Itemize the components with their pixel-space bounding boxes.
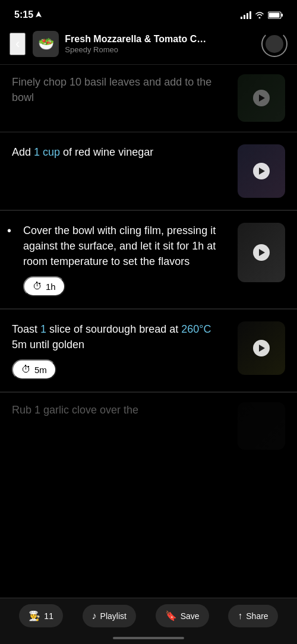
steps-container: Finely chop 10 basil leaves and add to t… (0, 65, 297, 459)
svg-rect-2 (244, 15, 245, 19)
step-toast-text: Toast 1 slice of sourdough bread at 260°… (12, 321, 228, 352)
status-icons (241, 11, 283, 19)
timer-1h[interactable]: ⏱ 1h (23, 276, 65, 296)
step-vinegar: Add 1 cup of red wine vinegar (0, 132, 297, 210)
back-button[interactable]: ‹ (10, 33, 26, 55)
status-bar: 5:15 (0, 0, 297, 26)
play-button[interactable] (253, 90, 270, 106)
playlist-label: Playlist (100, 611, 127, 621)
recipe-thumbnail: 🥗 (33, 31, 59, 57)
timer-icon-2: ⏱ (21, 364, 31, 375)
step-faded: Finely chop 10 basil leaves and add to t… (0, 65, 297, 132)
playlist-button[interactable]: ♪ Playlist (83, 605, 136, 627)
wifi-icon (255, 11, 264, 18)
battery-icon (268, 11, 283, 19)
header-info: 🥗 Fresh Mozzarella & Tomato Cr... Speedy… (33, 31, 254, 57)
bullet-icon: • (7, 224, 14, 238)
svg-rect-4 (249, 11, 251, 19)
svg-rect-6 (282, 14, 283, 17)
play-button-cover[interactable] (253, 244, 270, 261)
svg-rect-7 (269, 12, 280, 17)
svg-marker-0 (36, 11, 42, 17)
step-faded-thumb[interactable] (238, 74, 285, 122)
restaurant-name: Speedy Romeo (65, 45, 254, 54)
step-faded-text: Finely chop 10 basil leaves and add to t… (12, 74, 228, 105)
highlight-cup: 1 cup (34, 146, 60, 158)
save-button[interactable]: 🔖 Save (156, 604, 209, 627)
step-faded-bottom: Rub 1 garlic clove over the (0, 393, 297, 459)
step-vinegar-thumb[interactable] (238, 144, 285, 198)
play-button-vinegar[interactable] (253, 163, 270, 179)
svg-rect-3 (247, 13, 248, 19)
share-label: Share (246, 611, 268, 621)
svg-rect-1 (241, 17, 242, 19)
share-button[interactable]: ↑ Share (228, 605, 277, 627)
signal-icon (241, 11, 251, 19)
timer-1h-label: 1h (46, 282, 56, 292)
step-bottom-text: Rub 1 garlic clove over the (12, 402, 228, 418)
chef-count: 11 (44, 611, 53, 621)
step-vinegar-text: Add 1 cup of red wine vinegar (12, 144, 228, 160)
highlight-temp: 260°C (181, 323, 211, 335)
header: ‹ 🥗 Fresh Mozzarella & Tomato Cr... Spee… (0, 26, 297, 65)
header-text: Fresh Mozzarella & Tomato Cr... Speedy R… (65, 34, 254, 54)
share-icon: ↑ (238, 611, 242, 621)
save-label: Save (181, 611, 200, 621)
time-display: 5:15 (14, 10, 33, 20)
chef-button[interactable]: 👨‍🍳 11 (19, 604, 63, 627)
bottom-spacer (0, 459, 297, 519)
timer-icon: ⏱ (33, 281, 42, 292)
step-cover: • Cover the bowl with cling film, pressi… (0, 211, 297, 309)
playlist-icon: ♪ (92, 611, 97, 621)
highlight-1: 1 (40, 323, 46, 335)
recipe-title: Fresh Mozzarella & Tomato Cr... (65, 34, 207, 45)
step-toast-thumb[interactable] (238, 321, 285, 375)
user-avatar[interactable] (261, 31, 287, 57)
home-indicator (113, 637, 184, 639)
step-cover-thumb[interactable] (238, 223, 285, 282)
timer-5m[interactable]: ⏱ 5m (12, 359, 56, 380)
step-toast: Toast 1 slice of sourdough bread at 260°… (0, 310, 297, 392)
step-cover-text: Cover the bowl with cling film, pressing… (23, 223, 228, 269)
timer-5m-label: 5m (34, 365, 47, 375)
save-icon: 🔖 (165, 610, 177, 621)
status-time: 5:15 (14, 10, 42, 20)
step-garlic-thumb[interactable] (238, 402, 285, 450)
location-icon (36, 11, 42, 18)
play-button-toast[interactable] (253, 340, 270, 356)
chef-icon: 👨‍🍳 (29, 610, 40, 621)
